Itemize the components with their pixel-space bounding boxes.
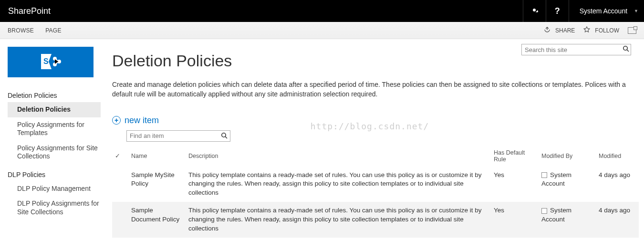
cell-modified-by: System Account: [539, 202, 596, 238]
cell-has-default-rule: Yes: [491, 202, 539, 238]
page-description: Create and manage deletion policies whic…: [112, 80, 637, 99]
find-icon[interactable]: [221, 132, 228, 140]
suite-title[interactable]: SharePoint: [0, 6, 51, 16]
sharepoint-icon: S: [39, 52, 62, 73]
column-has-default-rule[interactable]: Has Default Rule: [491, 146, 539, 167]
follow-button[interactable]: FOLLOW: [583, 26, 619, 34]
cell-name: Sample MySite Policy: [128, 167, 186, 202]
left-column: S Deletion Policies Deletion Policies Po…: [8, 47, 101, 238]
column-name[interactable]: Name: [128, 146, 186, 167]
new-item-label: new item: [125, 115, 159, 126]
nav-header-deletion-policies[interactable]: Deletion Policies: [8, 89, 101, 102]
cell-modified: 4 days ago: [596, 167, 639, 202]
site-logo[interactable]: S: [8, 47, 93, 77]
column-modified-by[interactable]: Modified By: [539, 146, 596, 167]
svg-text:S: S: [43, 57, 49, 65]
table-row[interactable]: Sample Document Policy This policy templ…: [112, 202, 639, 238]
user-name-label: System Account: [580, 7, 627, 15]
ribbon-tab-page[interactable]: PAGE: [45, 27, 62, 34]
help-button[interactable]: ?: [546, 0, 569, 22]
search-input[interactable]: [521, 44, 631, 55]
cell-has-default-rule: Yes: [491, 167, 539, 202]
help-icon: ?: [555, 6, 560, 16]
nav-header-dlp-policies[interactable]: DLP Policies: [8, 168, 101, 181]
nav-item-dlp-management[interactable]: DLP Policy Management: [8, 181, 101, 197]
ribbon: BROWSE PAGE SHARE FOLLOW: [0, 22, 644, 39]
column-description[interactable]: Description: [186, 146, 491, 167]
new-item-button[interactable]: + new item: [112, 115, 639, 126]
chevron-down-icon: ▼: [634, 9, 638, 13]
user-menu[interactable]: System Account ▼: [569, 0, 644, 22]
cell-name: Sample Document Policy: [128, 202, 186, 238]
column-modified[interactable]: Modified: [596, 146, 639, 167]
cell-description: This policy template contains a ready-ma…: [186, 202, 491, 238]
table-row[interactable]: Sample MySite Policy This policy templat…: [112, 167, 639, 202]
nav-group-deletion: Deletion Policies Deletion Policies Poli…: [8, 89, 101, 164]
check-icon: ✓: [115, 153, 120, 159]
share-icon: [544, 26, 553, 34]
site-search: [521, 44, 631, 55]
follow-label: FOLLOW: [595, 27, 619, 34]
checkbox-icon[interactable]: [541, 172, 547, 178]
svg-point-4: [623, 46, 627, 50]
settings-button[interactable]: [523, 0, 546, 22]
share-label: SHARE: [555, 27, 575, 34]
find-item: [126, 130, 230, 142]
cell-description: This policy template contains a ready-ma…: [186, 167, 491, 202]
share-button[interactable]: SHARE: [544, 26, 575, 34]
cell-modified: 4 days ago: [596, 202, 639, 238]
focus-content-button[interactable]: [628, 27, 636, 34]
nav-group-dlp: DLP Policies DLP Policy Management DLP P…: [8, 168, 101, 220]
nav-item-dlp-assignments-sitecollections[interactable]: DLP Policy Assignments for Site Collecti…: [8, 196, 101, 220]
suite-bar: SharePoint ? System Account ▼: [0, 0, 644, 22]
policies-table: ✓ Name Description Has Default Rule Modi…: [112, 146, 639, 238]
main-content: Deletion Policies Create and manage dele…: [101, 47, 639, 238]
column-select[interactable]: ✓: [112, 146, 128, 167]
table-header-row: ✓ Name Description Has Default Rule Modi…: [112, 146, 639, 167]
search-icon[interactable]: [623, 45, 629, 53]
find-input[interactable]: [126, 130, 230, 142]
checkbox-icon[interactable]: [541, 208, 547, 214]
svg-point-5: [222, 133, 226, 136]
nav-item-policy-assignments-templates[interactable]: Policy Assignments for Templates: [8, 117, 101, 141]
cell-modified-by: System Account: [539, 167, 596, 202]
plus-icon: +: [112, 116, 121, 125]
ribbon-tab-browse[interactable]: BROWSE: [8, 27, 34, 34]
star-icon: [583, 26, 592, 34]
nav-item-policy-assignments-sitecollections[interactable]: Policy Assignments for Site Collections: [8, 141, 101, 164]
gear-icon: [530, 6, 538, 16]
nav-item-deletion-policies[interactable]: Deletion Policies: [8, 102, 101, 117]
